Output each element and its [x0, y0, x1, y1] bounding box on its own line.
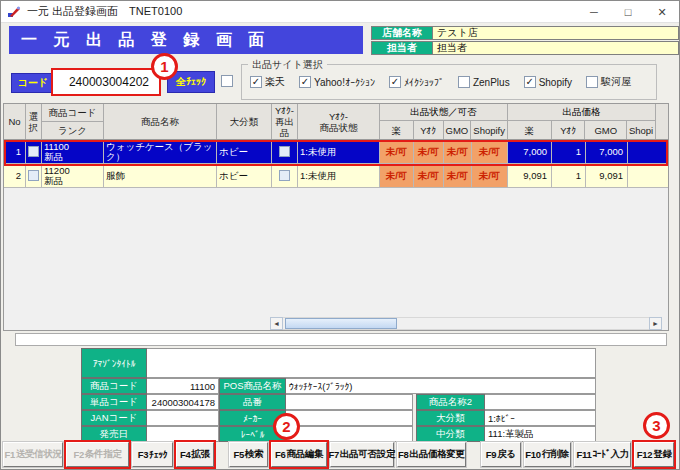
unit-code-label: 単品コード: [81, 394, 147, 410]
pos-product-name-label: POS商品名称: [219, 378, 286, 394]
site-option-shopify[interactable]: Shopify: [524, 76, 572, 88]
titlebar: 一元 出品登録画面 TNET0100 ─ □ ✕: [1, 1, 679, 23]
col-price-yahoo: Yｵｸ: [552, 121, 586, 139]
table-row[interactable]: 1 11100新品 ウォッチケース（ブラック） ホビー 1:未使用 未/可 未/…: [4, 140, 668, 164]
manager-value[interactable]: 担当者: [433, 41, 679, 55]
window-title: 一元 出品登録画面 TNET0100: [27, 4, 182, 19]
zenplus-checkbox[interactable]: [458, 76, 470, 88]
col-status-gmo: GMO: [444, 121, 472, 139]
site-option-yahoo-auction[interactable]: Yahoo!ｵｰｸｼｮﾝ: [299, 76, 375, 88]
site-selection-group: 出品サイト選択 楽天 Yahoo!ｵｰｸｼｮﾝ ﾒｲｸｼｮｯﾌﾟ ZenPlus…: [241, 64, 657, 100]
table-row[interactable]: 2 11200新品 服飾 ホビー 1:未使用 未/可 未/可 未/可 未/可 9…: [4, 164, 668, 188]
store-name-value[interactable]: テスト店: [433, 26, 679, 40]
f10-delete-row-button[interactable]: F10行削除: [524, 442, 572, 467]
site-option-makeshop[interactable]: ﾒｲｸｼｮｯﾌﾟ: [389, 76, 444, 88]
site-option-rakuten[interactable]: 楽天: [250, 75, 285, 89]
product-name2-field[interactable]: [485, 394, 596, 410]
f6-product-edit-button[interactable]: F6商品編集: [271, 442, 326, 467]
product-name-cell: ウォッチケース（ブラック）: [104, 140, 217, 163]
all-check-checkbox[interactable]: [221, 75, 233, 87]
message-bar: [15, 333, 667, 346]
scroll-left-icon[interactable]: ◄: [270, 317, 283, 330]
release-date-field[interactable]: [147, 426, 219, 442]
release-date-label: 発売日: [81, 426, 147, 442]
f8-price-change-button[interactable]: F8出品価格変更: [397, 442, 466, 467]
site-option-zenplus[interactable]: ZenPlus: [458, 76, 510, 88]
jan-code-field[interactable]: [147, 410, 219, 426]
col-group-listing-status: 出品状態／可否 楽 Yｵｸ GMO Shopify: [380, 104, 508, 139]
f11-code-input-button[interactable]: F11ｺｰﾄﾞ入力: [574, 442, 631, 467]
status-badge: 未/可: [444, 164, 472, 187]
rakuten-checkbox[interactable]: [250, 76, 262, 88]
product-name2-label: 商品名称2: [416, 394, 485, 410]
makeshop-checkbox[interactable]: [389, 76, 401, 88]
site-selection-title: 出品サイト選択: [248, 58, 327, 72]
f9-back-button[interactable]: F9戻る: [481, 442, 521, 467]
status-badge: 未/可: [380, 164, 414, 187]
surugaya-checkbox[interactable]: [586, 76, 598, 88]
product-detail-form: ｱﾏｿﾞﾝﾀｲﾄﾙ 商品コード 11100 POS商品名称 ｳｫｯﾁｹｰｽ(ﾌﾞ…: [81, 348, 596, 442]
f1-send-receive-button[interactable]: F1送受信状況: [3, 442, 63, 467]
col-status-rakuten: 楽: [380, 121, 414, 139]
scrollbar-track[interactable]: [283, 317, 649, 330]
row-select-checkbox[interactable]: [28, 146, 39, 157]
product-name-cell: 服飾: [104, 164, 217, 187]
f5-search-button[interactable]: F5検索: [229, 442, 269, 467]
pos-product-name-field[interactable]: ｳｫｯﾁｹｰｽ(ﾌﾞﾗｯｸ): [286, 378, 596, 394]
scroll-right-icon[interactable]: ►: [649, 317, 662, 330]
amazon-title-field[interactable]: [147, 348, 596, 378]
status-badge: 未/可: [444, 140, 472, 163]
code-input[interactable]: 240003004202: [51, 68, 161, 96]
f2-condition-button[interactable]: F2条件指定: [66, 442, 128, 467]
col-select: 選択: [26, 104, 42, 139]
row-select-checkbox[interactable]: [28, 170, 39, 181]
maximize-icon[interactable]: □: [611, 1, 645, 23]
function-key-bar: F1送受信状況 F2条件指定 F3ﾁｪｯｸ F4拡張 F5検索 F6商品編集 F…: [3, 442, 677, 467]
minimize-icon[interactable]: ─: [577, 1, 611, 23]
col-group-listing-price: 出品価格 楽 Yｵｸ GMO Shopi: [508, 104, 656, 139]
callout-2: 2: [273, 413, 300, 440]
product-code-field[interactable]: 11100: [147, 378, 219, 394]
callout-1: 1: [151, 53, 178, 80]
unit-code-field[interactable]: 240003004178: [147, 394, 219, 410]
shopify-checkbox[interactable]: [524, 76, 536, 88]
middle-category-label: 中分類: [416, 426, 485, 442]
product-code-label: 商品コード: [81, 378, 147, 394]
col-price-shopify: Shopi: [627, 121, 655, 139]
major-category-field[interactable]: 1:ﾎﾋﾞｰ: [485, 410, 596, 426]
grid-header: No 選択 商品コード ランク 商品名称 大分類 Yｵｸ-再出品 Yｵｸ-商品状…: [4, 104, 668, 140]
col-status-yahoo: Yｵｸ: [414, 121, 444, 139]
part-number-field[interactable]: [286, 394, 413, 410]
col-code-rank: 商品コード ランク: [42, 104, 104, 139]
site-option-surugaya[interactable]: 駿河屋: [586, 75, 631, 89]
col-status-shopify: Shopify: [471, 121, 507, 139]
label-name-field[interactable]: [286, 426, 413, 442]
f7-listing-permission-button[interactable]: F7出品可否設定: [330, 442, 394, 467]
store-name-label: 店舗名称: [371, 26, 433, 40]
status-badge: 未/可: [380, 140, 414, 163]
page-title: 一 元 出 品 登 録 画 面: [9, 26, 363, 54]
yahoo-relist-checkbox[interactable]: [279, 146, 290, 157]
status-badge: 未/可: [414, 140, 444, 163]
code-label: コード: [11, 73, 55, 93]
status-badge: 未/可: [472, 164, 508, 187]
manager-label: 担当者: [371, 41, 433, 55]
scrollbar-thumb[interactable]: [285, 318, 397, 329]
maker-field[interactable]: [286, 410, 413, 426]
amazon-title-label: ｱﾏｿﾞﾝﾀｲﾄﾙ: [81, 348, 147, 378]
middle-category-field[interactable]: 111:革製品: [485, 426, 596, 442]
major-category-label: 大分類: [416, 410, 485, 426]
f4-extend-button[interactable]: F4拡張: [176, 442, 214, 467]
yahoo-relist-checkbox[interactable]: [279, 170, 290, 181]
col-product-name: 商品名称: [104, 104, 217, 139]
col-yahoo-relist: Yｵｸ-再出品: [272, 104, 298, 139]
f3-check-button[interactable]: F3ﾁｪｯｸ: [132, 442, 174, 467]
f12-register-button[interactable]: F12登録: [634, 442, 674, 467]
yahoo-auction-checkbox[interactable]: [299, 76, 311, 88]
status-badge: 未/可: [472, 140, 508, 163]
callout-3: 3: [643, 412, 670, 439]
col-price-gmo: GMO: [585, 121, 627, 139]
close-icon[interactable]: ✕: [645, 1, 679, 23]
horizontal-scrollbar[interactable]: ◄ ►: [270, 317, 662, 330]
status-badge: 未/可: [414, 164, 444, 187]
